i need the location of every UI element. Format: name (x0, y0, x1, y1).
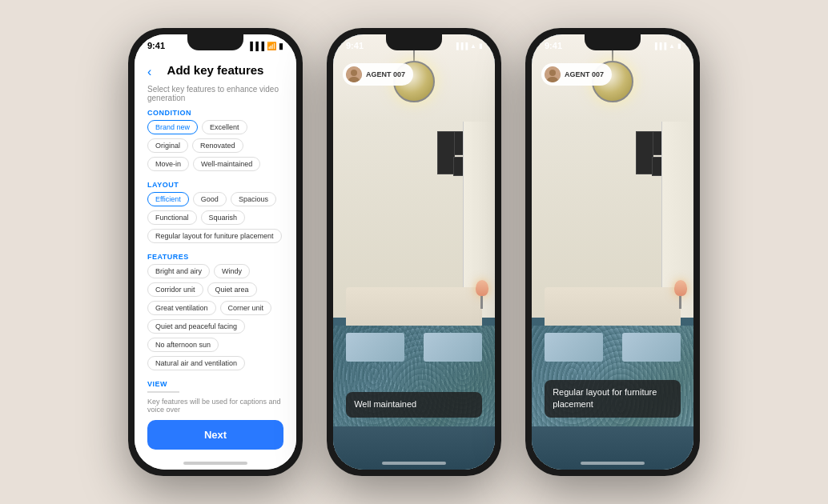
tag-natural-air[interactable]: Natural air and ventilation (147, 356, 245, 370)
left-phone: 9:41 ▐▐▐ 📶 ▮ ‹ Add key features Select k… (128, 28, 303, 476)
status-time-left: 9:41 (147, 41, 165, 50)
lamp-middle (476, 280, 488, 309)
tag-functional[interactable]: Functional (147, 210, 197, 225)
status-icons-middle: ▐▐▐ ▲ ▮ (454, 42, 482, 50)
home-indicator-right (581, 462, 645, 465)
photo-screen-middle: 9:41 ▐▐▐ ▲ ▮ AGENT 007 (333, 34, 495, 470)
wifi-icon-right: ▲ (669, 42, 675, 50)
tag-no-afternoon-sun[interactable]: No afternoon sun (147, 338, 219, 352)
signal-icon-right: ▐▐▐ (653, 42, 666, 50)
right-phone: 9:41 ▐▐▐ ▲ ▮ AGENT 007 (525, 28, 700, 476)
agent-avatar-right (545, 66, 561, 82)
signal-icon-middle: ▐▐▐ (454, 42, 468, 50)
view-label: VIEW (135, 374, 296, 391)
condition-label: CONDITION (135, 102, 296, 120)
pillow-left-right (545, 333, 603, 362)
agent-name-middle: AGENT 007 (366, 70, 405, 78)
wifi-icon-middle: ▲ (470, 42, 476, 50)
photo-screen-right: 9:41 ▐▐▐ ▲ ▮ AGENT 007 (532, 34, 693, 470)
status-icons-right: ▐▐▐ ▲ ▮ (653, 42, 681, 50)
tag-well-maintained[interactable]: Well-maintained (193, 157, 260, 171)
tag-great-ventilation[interactable]: Great ventilation (147, 301, 216, 315)
battery-icon: ▮ (279, 42, 283, 50)
next-button[interactable]: Next (147, 420, 283, 450)
tag-corridor-unit[interactable]: Corridor unit (147, 282, 203, 297)
agent-name-right: AGENT 007 (565, 70, 604, 78)
app-subtitle: Select key features to enhance video gen… (135, 83, 296, 102)
pillow-left-middle (346, 333, 404, 362)
tag-corner-unit[interactable]: Corner unit (220, 301, 272, 315)
features-tags: Bright and airy Windy Corridor unit Quie… (135, 264, 296, 374)
tag-bright-airy[interactable]: Bright and airy (147, 264, 210, 278)
footer-note: Key features will be used for captions a… (135, 396, 296, 415)
tag-spacious[interactable]: Spacious (231, 192, 276, 206)
svg-point-4 (549, 70, 556, 76)
battery-icon-right: ▮ (677, 42, 681, 50)
features-label: FEATURES (135, 246, 296, 264)
app-title: Add key features (147, 63, 283, 77)
tag-windy[interactable]: Windy (214, 264, 250, 278)
tag-efficient[interactable]: Efficient (147, 192, 189, 206)
lamp-right (674, 280, 687, 309)
agent-avatar-middle (346, 66, 362, 82)
view-underline (147, 391, 179, 393)
caption-text-right: Regular layout for furniture placement (553, 387, 657, 409)
tag-move-in[interactable]: Move-in (147, 157, 189, 171)
status-time-middle: 9:41 (346, 41, 364, 50)
tag-quiet-area[interactable]: Quiet area (207, 282, 257, 297)
back-button[interactable]: ‹ (147, 65, 151, 79)
notch-middle (386, 34, 442, 50)
status-icons-left: ▐▐▐ 📶 ▮ (247, 42, 283, 50)
caption-overlay-right: Regular layout for furniture placement (545, 380, 681, 418)
status-time-right: 9:41 (545, 41, 562, 50)
agent-badge-right: AGENT 007 (541, 63, 612, 86)
pillow-right-middle (424, 333, 482, 362)
tag-squarish[interactable]: Squarish (201, 210, 246, 225)
svg-point-1 (351, 70, 357, 76)
tag-regular-layout[interactable]: Regular layout for funiture placement (147, 229, 282, 243)
tag-original[interactable]: Original (147, 138, 188, 153)
tag-quiet-peaceful[interactable]: Quiet and peaceful facing (147, 319, 245, 334)
notch (187, 34, 243, 50)
battery-icon-middle: ▮ (479, 42, 482, 50)
middle-phone: 9:41 ▐▐▐ ▲ ▮ AGENT 007 (327, 28, 501, 476)
notch-right (585, 34, 641, 50)
agent-badge-middle: AGENT 007 (343, 63, 413, 86)
caption-text-middle: Well maintained (354, 399, 416, 409)
layout-tags: Efficient Good Spacious Functional Squar… (135, 192, 296, 246)
condition-tags: Brand new Excellent Original Renovated M… (135, 120, 296, 174)
signal-icon: ▐▐▐ (247, 42, 264, 50)
caption-overlay-middle: Well maintained (346, 392, 482, 417)
agent-avatar-icon-middle (346, 66, 362, 82)
agent-avatar-icon-right (545, 66, 561, 82)
tag-good[interactable]: Good (193, 192, 227, 206)
pillow-right-right (622, 333, 681, 362)
home-indicator-middle (382, 462, 446, 465)
tag-brand-new[interactable]: Brand new (147, 120, 198, 134)
tag-renovated[interactable]: Renovated (192, 138, 243, 153)
home-indicator-left (183, 462, 247, 465)
app-screen: 9:41 ▐▐▐ 📶 ▮ ‹ Add key features Select k… (135, 34, 296, 470)
tag-excellent[interactable]: Excellent (202, 120, 247, 134)
wifi-icon: 📶 (267, 42, 276, 50)
layout-label: LAYOUT (135, 174, 296, 192)
